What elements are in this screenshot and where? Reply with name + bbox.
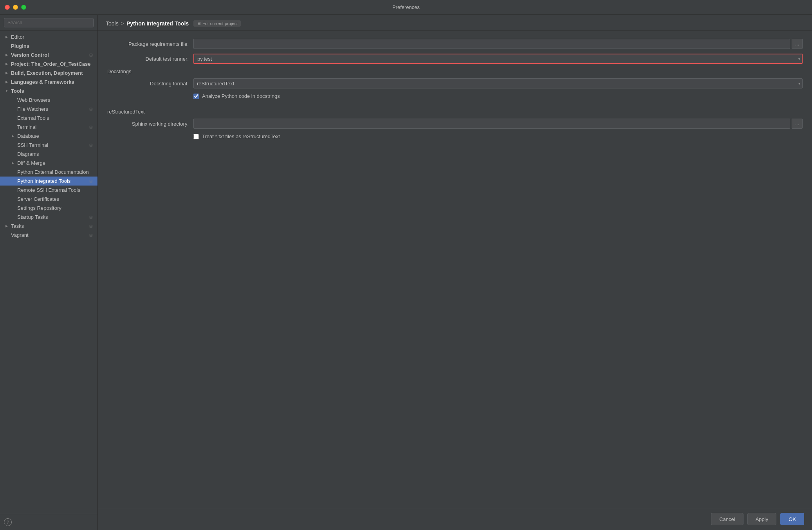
docstrings-section-label: Docstrings <box>107 69 803 74</box>
treat-txt-label[interactable]: Treat *.txt files as reStructuredText <box>202 133 280 139</box>
sidebar-item-label: Settings Repository <box>17 205 61 211</box>
sidebar-item-remote-ssh[interactable]: Remote SSH External Tools <box>0 186 97 195</box>
ok-button[interactable]: OK <box>780 513 804 525</box>
sidebar-item-ssh-terminal[interactable]: SSH Terminal⊟ <box>0 141 97 150</box>
minimize-button[interactable] <box>13 5 18 10</box>
default-test-runner-label: Default test runner: <box>107 56 193 62</box>
apply-button[interactable]: Apply <box>747 513 777 525</box>
content-panel: Tools > Python Integrated Tools 🖥 For cu… <box>98 15 812 530</box>
sync-icon: ⊟ <box>88 233 94 238</box>
docstring-format-select[interactable]: PlainEpytextreStructuredTextNumPyGoogle <box>193 78 803 88</box>
cancel-button[interactable]: Cancel <box>711 513 743 525</box>
sidebar-bottom: ? <box>0 514 97 530</box>
sync-icon: ⊟ <box>88 178 94 184</box>
sync-icon: ⊟ <box>88 142 94 148</box>
sidebar-item-terminal[interactable]: Terminal⊟ <box>0 123 97 132</box>
arrow-right-icon <box>4 70 9 76</box>
sphinx-dir-label: Sphinx working directory: <box>107 121 193 127</box>
package-req-browse-button[interactable]: ... <box>792 39 803 49</box>
breadcrumb-separator: > <box>121 20 124 27</box>
sidebar-item-external-tools[interactable]: External Tools <box>0 114 97 123</box>
traffic-lights[interactable] <box>5 5 26 10</box>
search-box <box>0 15 97 31</box>
breadcrumb-parent: Tools <box>106 20 119 27</box>
sidebar-item-label: Tools <box>11 88 24 94</box>
package-req-label: Package requirements file: <box>107 41 193 47</box>
content-header: Tools > Python Integrated Tools 🖥 For cu… <box>98 15 812 31</box>
sidebar-item-version-control[interactable]: Version Control⊟ <box>0 50 97 59</box>
arrow-right-icon <box>4 224 9 229</box>
sidebar-item-diagrams[interactable]: Diagrams <box>0 150 97 159</box>
monitor-icon: 🖥 <box>197 21 201 26</box>
sidebar-item-build-exec[interactable]: Build, Execution, Deployment <box>0 69 97 78</box>
arrow-right-icon <box>4 34 9 40</box>
sidebar-item-label: Editor <box>11 34 24 40</box>
sidebar-item-label: Server Certificates <box>17 196 59 202</box>
sync-icon: ⊟ <box>88 224 94 229</box>
help-button[interactable]: ? <box>4 518 12 526</box>
sidebar-item-file-watchers[interactable]: File Watchers⊟ <box>0 105 97 114</box>
sphinx-dir-browse-button[interactable]: ... <box>792 119 803 129</box>
docstring-format-control: PlainEpytextreStructuredTextNumPyGoogle … <box>193 78 803 88</box>
default-test-runner-select[interactable]: Unittestspy.testNosetestsTwisted Trial <box>193 54 803 64</box>
sidebar-item-label: Terminal <box>17 124 36 130</box>
sidebar-item-tools[interactable]: Tools <box>0 87 97 96</box>
sidebar-item-label: Plugins <box>11 43 29 49</box>
maximize-button[interactable] <box>21 5 26 10</box>
arrow-right-icon <box>10 133 16 139</box>
default-test-runner-row: Default test runner: Unittestspy.testNos… <box>107 54 803 64</box>
window-title: Preferences <box>392 4 420 10</box>
sphinx-dir-input[interactable] <box>193 119 790 129</box>
sync-icon: ⊟ <box>88 215 94 220</box>
content-body: Package requirements file: ... Default t… <box>98 31 812 508</box>
sidebar-item-label: Version Control <box>11 52 49 58</box>
package-req-input[interactable] <box>193 39 790 49</box>
analyze-docstrings-row: Analyze Python code in docstrings <box>107 93 803 99</box>
sync-icon: ⊟ <box>88 106 94 112</box>
sidebar-list: EditorPluginsVersion Control⊟Project: Th… <box>0 31 97 514</box>
package-req-row: Package requirements file: ... <box>107 39 803 49</box>
sidebar-item-database[interactable]: Database <box>0 132 97 141</box>
footer: Cancel Apply OK <box>98 508 812 530</box>
search-input[interactable] <box>4 18 94 27</box>
sidebar-item-tasks[interactable]: Tasks⊟ <box>0 222 97 231</box>
sphinx-dir-row: Sphinx working directory: ... <box>107 119 803 129</box>
close-button[interactable] <box>5 5 10 10</box>
sidebar-item-startup-tasks[interactable]: Startup Tasks⊟ <box>0 213 97 222</box>
sidebar-item-settings-repo[interactable]: Settings Repository <box>0 204 97 213</box>
sync-icon: ⊟ <box>88 124 94 130</box>
breadcrumb-current: Python Integrated Tools <box>126 20 189 27</box>
arrow-down-icon <box>4 88 9 94</box>
sidebar-item-label: Diagrams <box>17 151 39 157</box>
sidebar-item-languages[interactable]: Languages & Frameworks <box>0 78 97 87</box>
sidebar-item-web-browsers[interactable]: Web Browsers <box>0 96 97 105</box>
sidebar-item-project[interactable]: Project: The_Order_Of_TestCase <box>0 59 97 69</box>
default-test-runner-control: Unittestspy.testNosetestsTwisted Trial ▾ <box>193 54 803 64</box>
docstring-format-row: Docstring format: PlainEpytextreStructur… <box>107 78 803 88</box>
section-divider <box>107 103 803 103</box>
treat-txt-row: Treat *.txt files as reStructuredText <box>107 133 803 139</box>
for-project-badge: 🖥 For current project <box>193 20 241 27</box>
sidebar-item-editor[interactable]: Editor <box>0 32 97 41</box>
sidebar-item-label: Web Browsers <box>17 97 50 103</box>
analyze-docstrings-label[interactable]: Analyze Python code in docstrings <box>202 93 280 99</box>
treat-txt-checkbox[interactable] <box>193 134 199 139</box>
sidebar-item-server-certs[interactable]: Server Certificates <box>0 195 97 204</box>
analyze-docstrings-checkbox[interactable] <box>193 94 199 99</box>
docstring-format-dropdown-wrap: PlainEpytextreStructuredTextNumPyGoogle … <box>193 78 803 88</box>
arrow-right-icon <box>4 61 9 67</box>
restructured-section-label: reStructuredText <box>107 109 803 115</box>
default-test-runner-dropdown-wrap: Unittestspy.testNosetestsTwisted Trial ▾ <box>193 54 803 64</box>
sidebar-item-label: Startup Tasks <box>17 214 48 220</box>
sidebar: EditorPluginsVersion Control⊟Project: Th… <box>0 15 98 530</box>
sidebar-item-label: Build, Execution, Deployment <box>11 70 83 76</box>
sidebar-item-python-integrated-tools[interactable]: Python Integrated Tools⊟ <box>0 177 97 186</box>
sidebar-item-diff-merge[interactable]: Diff & Merge <box>0 159 97 168</box>
arrow-right-icon <box>4 52 9 58</box>
sidebar-item-python-ext-doc[interactable]: Python External Documentation <box>0 168 97 177</box>
sidebar-item-plugins[interactable]: Plugins <box>0 41 97 50</box>
sidebar-item-label: Database <box>17 133 39 139</box>
main-layout: EditorPluginsVersion Control⊟Project: Th… <box>0 15 812 530</box>
title-bar: Preferences <box>0 0 812 15</box>
sidebar-item-vagrant[interactable]: Vagrant⊟ <box>0 231 97 240</box>
